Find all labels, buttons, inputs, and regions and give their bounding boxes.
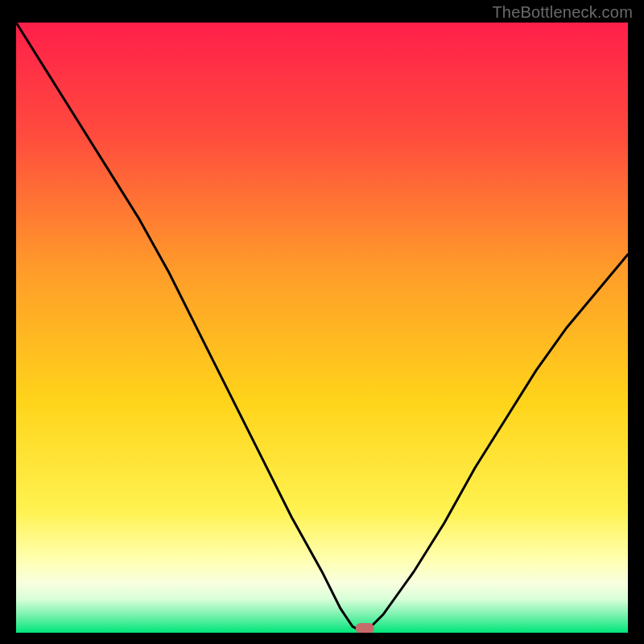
plot-area xyxy=(16,23,628,633)
gradient-background xyxy=(16,23,628,633)
bottleneck-chart-svg xyxy=(16,23,628,633)
watermark-text: TheBottleneck.com xyxy=(492,3,633,22)
chart-frame: TheBottleneck.com xyxy=(0,0,644,644)
optimal-marker xyxy=(356,623,374,633)
